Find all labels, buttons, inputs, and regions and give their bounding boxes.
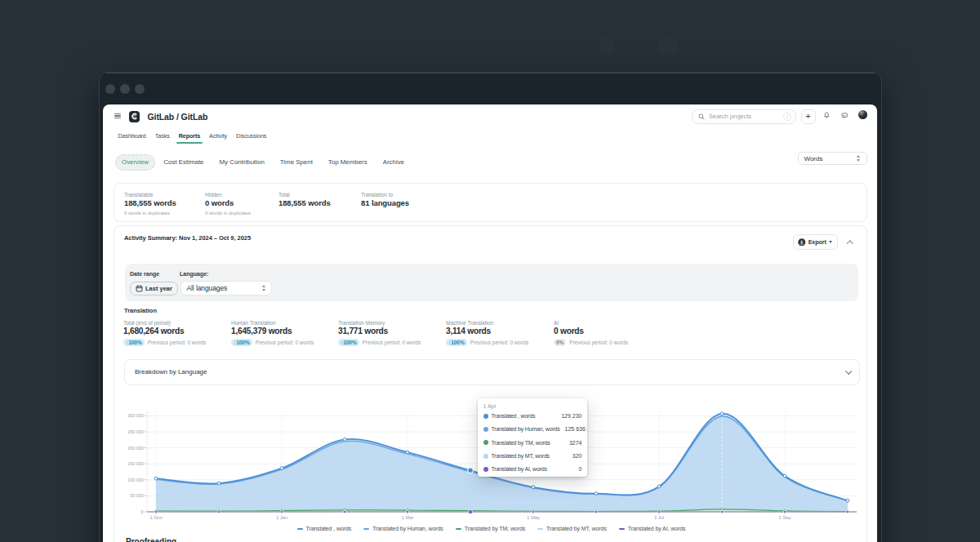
search-placeholder: Search projects	[709, 113, 783, 120]
tooltip-row: Translated by AI, words 0	[483, 463, 582, 476]
trend-badge: ↑100%	[338, 339, 359, 347]
stat-total: Total 188,555 words	[278, 192, 331, 207]
project-stats-card: Translatable 188,555 words 0 words in du…	[114, 183, 867, 222]
proofreading-section-title: Proofreading	[126, 537, 176, 542]
legend-dash-icon	[456, 528, 461, 530]
chevron-up-icon	[847, 241, 853, 247]
window-control-dot[interactable]	[105, 84, 115, 94]
nav-tab-tasks[interactable]: Tasks	[155, 132, 170, 144]
select-arrows-icon	[857, 155, 861, 162]
nav-tab-discussions[interactable]: Discussions	[236, 132, 266, 144]
window-control-dot[interactable]	[135, 84, 145, 94]
subtab-my-contribution[interactable]: My Contribution	[212, 158, 272, 166]
legend-item[interactable]: Translated by MT, words	[537, 526, 607, 531]
svg-text:1 Jan: 1 Jan	[276, 515, 287, 520]
tooltip-row: Translated by Human, words 125 636	[483, 423, 582, 436]
report-subtabs: Overview Cost Estimate My Contribution T…	[115, 154, 412, 171]
translation-section-label: Translation	[124, 307, 157, 314]
legend-dash-icon	[297, 528, 303, 530]
series-dot	[483, 414, 488, 419]
breakdown-by-language-toggle[interactable]: Breakdown by Language	[124, 359, 860, 385]
chart-legend: Translated , words Translated by Human, …	[114, 526, 868, 531]
gitlab-logo-icon	[131, 113, 138, 120]
add-button[interactable]: +	[801, 109, 816, 124]
app-content-panel: GitLab / GitLab Search projects / + Dash…	[103, 104, 877, 542]
nav-tab-reports[interactable]: Reports	[179, 132, 200, 144]
series-dot	[483, 467, 488, 472]
date-range-label: Date range	[130, 271, 159, 277]
search-icon	[698, 113, 705, 120]
subtab-overview[interactable]: Overview	[115, 154, 155, 171]
export-caret-icon	[829, 241, 832, 243]
notifications-bell-icon[interactable]	[823, 111, 831, 119]
unit-select-value: Words	[804, 155, 857, 162]
svg-text:1 Mar: 1 Mar	[402, 515, 414, 520]
background-window-artifact	[658, 38, 678, 52]
legend-dash-icon	[537, 528, 543, 530]
svg-text:100 000: 100 000	[127, 478, 143, 482]
filter-bar: Date range Language: Last year All langu…	[125, 264, 858, 301]
stat-hidden: Hidden 0 words 0 words in duplicates	[205, 192, 251, 216]
nav-tab-activity[interactable]: Activity	[209, 132, 227, 144]
translation-stat-human: Human Translation 1,645,379 words ↑100%P…	[231, 320, 314, 346]
project-logo[interactable]	[129, 111, 140, 122]
subtab-cost-estimate[interactable]: Cost Estimate	[156, 158, 212, 166]
export-download-icon	[798, 238, 806, 247]
legend-item[interactable]: Translated by TM, words	[456, 526, 525, 531]
svg-text:1 May: 1 May	[527, 515, 540, 520]
search-input[interactable]: Search projects /	[692, 109, 796, 124]
legend-dash-icon	[619, 528, 625, 530]
activity-summary-title: Activity Summary: Nov 1, 2024 – Oct 9, 2…	[124, 234, 251, 242]
activity-chart: 050 000100 000150 000200 000250 000300 0…	[114, 395, 868, 538]
svg-text:200 000: 200 000	[127, 446, 143, 451]
nav-tab-dashboard[interactable]: Dashboard	[118, 132, 146, 144]
svg-text:1 Sep: 1 Sep	[778, 515, 791, 520]
user-avatar[interactable]	[858, 110, 867, 119]
legend-item[interactable]: Translated , words	[297, 526, 352, 531]
svg-text:0: 0	[141, 509, 144, 514]
unit-select[interactable]: Words	[798, 152, 867, 165]
page-title: GitLab / GitLab	[148, 112, 208, 122]
date-range-button[interactable]: Last year	[130, 282, 178, 295]
tooltip-row: Translated by TM, words 3274	[483, 436, 582, 449]
svg-text:300 000: 300 000	[127, 413, 143, 418]
subtab-top-members[interactable]: Top Members	[320, 158, 375, 166]
translation-stat-mt: Machine Translation 3,114 words ↑100%Pre…	[446, 320, 528, 346]
window-control-dot[interactable]	[120, 84, 130, 94]
series-dot	[483, 427, 488, 432]
svg-text:1 Jul: 1 Jul	[654, 515, 664, 520]
trend-badge: ↑100%	[446, 339, 467, 347]
svg-text:250 000: 250 000	[127, 429, 143, 434]
trend-badge: 0%	[554, 339, 566, 347]
tooltip-row: Translated by MT, words 320	[483, 449, 582, 462]
language-label: Language:	[180, 271, 208, 277]
language-select[interactable]: All languages	[180, 281, 272, 295]
main-nav-tabs: Dashboard Tasks Reports Activity Discuss…	[118, 132, 267, 144]
legend-item[interactable]: Translated by AI, words	[619, 526, 686, 531]
subtab-archive[interactable]: Archive	[375, 158, 412, 166]
search-shortcut-hint: /	[783, 113, 791, 121]
select-arrows-icon	[262, 285, 266, 291]
legend-item[interactable]: Translated by Human, words	[363, 526, 443, 531]
stat-translatable: Translatable 188,555 words 0 words in du…	[124, 192, 176, 216]
svg-text:150 000: 150 000	[127, 461, 143, 466]
svg-text:1 Nov: 1 Nov	[149, 515, 162, 520]
svg-text:50 000: 50 000	[130, 493, 143, 498]
series-dot	[483, 440, 488, 445]
tooltip-row: Translated , words 129 230	[483, 410, 582, 423]
subtab-time-spent[interactable]: Time Spent	[272, 158, 320, 166]
translation-stat-total: Total (end of period) 1,680,264 words ↑1…	[123, 320, 206, 346]
calendar-icon	[136, 285, 143, 292]
hamburger-menu-icon[interactable]	[114, 113, 121, 118]
trend-badge: ↑100%	[123, 339, 145, 347]
collapse-section-button[interactable]	[844, 237, 856, 248]
chevron-down-icon	[845, 367, 852, 374]
series-dot	[483, 454, 488, 459]
trend-badge: ↑100%	[231, 339, 252, 347]
activity-summary-card: Activity Summary: Nov 1, 2024 – Oct 9, 2…	[114, 225, 867, 542]
translation-stat-tm: Translation Memory 31,771 words ↑100%Pre…	[338, 320, 421, 346]
feedback-chat-icon[interactable]	[841, 112, 849, 119]
legend-dash-icon	[363, 528, 369, 530]
background-window-artifact	[600, 38, 614, 52]
export-button[interactable]: Export	[793, 234, 838, 250]
